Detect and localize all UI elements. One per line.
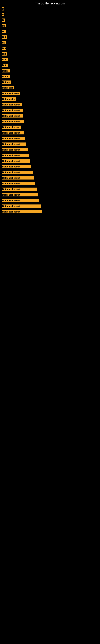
bar-label: Bottleneck result (1, 142, 26, 146)
bar-label: Bottleneck resu (1, 92, 20, 95)
list-item: B (0, 12, 100, 17)
bar-label: Bottleneck result (1, 154, 29, 157)
bar-label: Bottleneck result (1, 210, 42, 213)
bar-label: Bot (1, 47, 6, 50)
bar-label: Bo (1, 18, 5, 22)
list-item: Bottle (0, 74, 100, 79)
list-item: Bottle (0, 68, 100, 74)
bar-label: Bo (1, 24, 6, 27)
list-item: Bot (0, 51, 100, 57)
bar-label: Bottleneck r (1, 98, 16, 100)
list-item: Bottleneck result (0, 158, 100, 164)
list-item: Bottleneck result (0, 136, 100, 141)
bar-label: Bottle (1, 69, 10, 72)
bar-label: Bottleneck resu (1, 126, 21, 129)
list-item: Bottleneck result (0, 181, 100, 186)
bar-label: Bottleneck result (1, 199, 39, 202)
list-item: Bottleneck result (0, 209, 100, 214)
list-item: Bottleneck result (0, 175, 100, 181)
bar-label: Bot (1, 52, 7, 56)
list-item: Bottleneck result (0, 108, 100, 113)
list-item: Bot (0, 46, 100, 51)
bar-label: Bottleneck result (1, 182, 35, 185)
bar-label: Bottleneck (1, 86, 14, 89)
list-item: Bott (0, 34, 100, 40)
list-item: Bottleneck result (0, 130, 100, 136)
list-item: Bottleneck result (0, 152, 100, 158)
bar-label: Bottleneck result (1, 114, 23, 118)
bars-container: BBBoBoBoBottBoBotBotBottBottlBottleBottl… (0, 6, 100, 214)
bar-label: Bo (1, 30, 6, 33)
bar-label: B (1, 13, 4, 16)
list-item: Bo (0, 17, 100, 23)
bar-label: Bottleneck result (1, 204, 41, 208)
list-item: Bottleneck result (0, 147, 100, 152)
list-item: Bottleneck result (0, 164, 100, 170)
bar-label: Bottleneck result (1, 171, 33, 174)
bar-label: Bott (1, 36, 7, 39)
bar-label: Bo (1, 41, 6, 44)
list-item: Bo (0, 28, 100, 34)
list-item: B (0, 6, 100, 12)
list-item: Bottleneck result (0, 113, 100, 119)
list-item: Bottleneck resu (0, 90, 100, 96)
list-item: Bottleneck result (0, 170, 100, 175)
bar-label: Bottlec (1, 80, 11, 84)
list-item: Bottlec (0, 79, 100, 85)
bar-label: Bottleneck result (1, 120, 24, 123)
list-item: Bottleneck (0, 85, 100, 90)
bar-label: Bottleneck result (1, 131, 24, 134)
list-item: Bo (0, 23, 100, 28)
bar-label: Bottleneck result (1, 176, 34, 180)
list-item: Bottleneck result (0, 198, 100, 203)
list-item: Bottleneck result (0, 119, 100, 124)
bar-label: B (1, 7, 4, 10)
bar-label: Bottl (1, 64, 8, 67)
list-item: Bottleneck result (0, 203, 100, 209)
bar-label: Bott (1, 58, 8, 61)
list-item: Bottl (0, 62, 100, 68)
bar-label: Bottleneck result (1, 160, 30, 162)
list-item: Bott (0, 57, 100, 62)
bar-label: Bottleneck result (1, 109, 23, 112)
list-item: Bottleneck result (0, 102, 100, 108)
site-title: TheBottlenecker.com (0, 0, 100, 6)
list-item: Bottleneck r (0, 96, 100, 102)
list-item: Bottleneck result (0, 192, 100, 198)
bar-label: Bottleneck result (1, 148, 28, 151)
bar-label: Bottleneck result (1, 193, 38, 196)
list-item: Bottleneck result (0, 186, 100, 192)
bar-label: Bottleneck result (1, 103, 22, 106)
list-item: Bottleneck result (0, 141, 100, 147)
bar-label: Bottleneck result (1, 137, 25, 140)
list-item: Bo (0, 40, 100, 46)
bar-label: Bottleneck result (1, 188, 37, 191)
bar-label: Bottle (1, 75, 10, 78)
bar-label: Bottleneck result (1, 165, 31, 168)
list-item: Bottleneck resu (0, 124, 100, 130)
